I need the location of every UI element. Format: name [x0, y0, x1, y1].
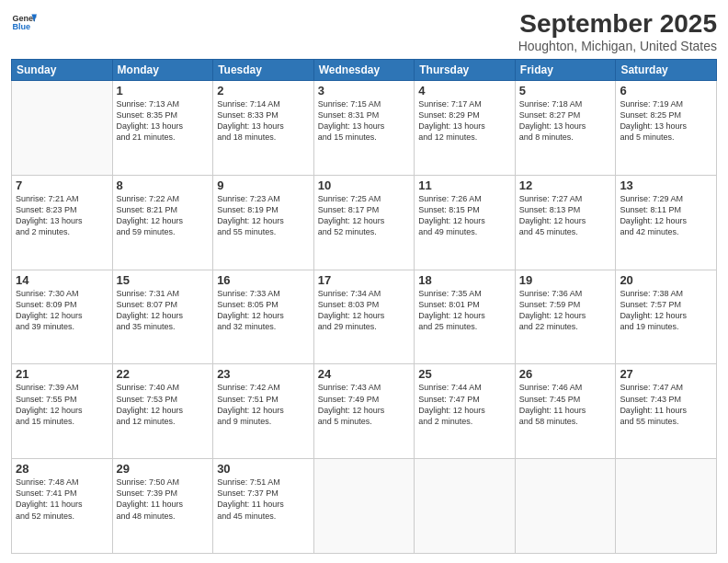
day-info: Sunrise: 7:38 AMSunset: 7:57 PMDaylight:… [620, 288, 712, 333]
calendar-cell [515, 459, 616, 554]
day-info: Sunrise: 7:25 AMSunset: 8:17 PMDaylight:… [318, 193, 411, 238]
calendar-cell: 15Sunrise: 7:31 AMSunset: 8:07 PMDayligh… [112, 270, 213, 364]
day-info: Sunrise: 7:44 AMSunset: 7:47 PMDaylight:… [418, 382, 511, 427]
calendar-cell: 19Sunrise: 7:36 AMSunset: 7:59 PMDayligh… [515, 270, 616, 364]
day-number: 19 [519, 273, 612, 287]
day-number: 10 [318, 178, 411, 192]
day-info: Sunrise: 7:26 AMSunset: 8:15 PMDaylight:… [418, 193, 511, 238]
day-info: Sunrise: 7:46 AMSunset: 7:45 PMDaylight:… [519, 382, 612, 427]
day-info: Sunrise: 7:36 AMSunset: 7:59 PMDaylight:… [519, 288, 612, 333]
calendar-week-row: 1Sunrise: 7:13 AMSunset: 8:35 PMDaylight… [12, 81, 717, 176]
day-number: 26 [519, 367, 612, 381]
day-info: Sunrise: 7:51 AMSunset: 7:37 PMDaylight:… [217, 477, 310, 522]
calendar-cell: 3Sunrise: 7:15 AMSunset: 8:31 PMDaylight… [313, 81, 415, 176]
calendar-cell: 16Sunrise: 7:33 AMSunset: 8:05 PMDayligh… [213, 270, 314, 364]
calendar-cell: 30Sunrise: 7:51 AMSunset: 7:37 PMDayligh… [213, 459, 314, 554]
calendar-cell: 11Sunrise: 7:26 AMSunset: 8:15 PMDayligh… [415, 175, 516, 270]
day-number: 9 [217, 178, 310, 192]
header: General Blue September 2025 Houghton, Mi… [11, 9, 717, 53]
day-info: Sunrise: 7:27 AMSunset: 8:13 PMDaylight:… [519, 193, 612, 238]
day-of-week-header: Friday [515, 60, 616, 81]
calendar-cell: 27Sunrise: 7:47 AMSunset: 7:43 PMDayligh… [616, 364, 717, 459]
logo-icon: General Blue [11, 9, 37, 35]
day-number: 1 [117, 84, 210, 98]
day-info: Sunrise: 7:14 AMSunset: 8:33 PMDaylight:… [217, 98, 310, 144]
calendar-cell: 2Sunrise: 7:14 AMSunset: 8:33 PMDaylight… [213, 81, 314, 176]
day-info: Sunrise: 7:43 AMSunset: 7:49 PMDaylight:… [318, 382, 411, 427]
day-info: Sunrise: 7:18 AMSunset: 8:27 PMDaylight:… [519, 98, 612, 144]
calendar-table: SundayMondayTuesdayWednesdayThursdayFrid… [11, 59, 717, 554]
day-info: Sunrise: 7:15 AMSunset: 8:31 PMDaylight:… [318, 98, 411, 144]
calendar-cell: 6Sunrise: 7:19 AMSunset: 8:25 PMDaylight… [616, 81, 717, 176]
day-number: 14 [16, 273, 108, 287]
calendar-cell: 9Sunrise: 7:23 AMSunset: 8:19 PMDaylight… [213, 175, 314, 270]
calendar-cell: 29Sunrise: 7:50 AMSunset: 7:39 PMDayligh… [112, 459, 213, 554]
day-number: 21 [16, 367, 108, 381]
day-info: Sunrise: 7:40 AMSunset: 7:53 PMDaylight:… [117, 382, 210, 427]
day-number: 17 [318, 273, 411, 287]
logo: General Blue [11, 9, 37, 35]
day-info: Sunrise: 7:19 AMSunset: 8:25 PMDaylight:… [620, 98, 712, 144]
calendar-cell: 17Sunrise: 7:34 AMSunset: 8:03 PMDayligh… [313, 270, 415, 364]
day-number: 23 [217, 367, 310, 381]
day-number: 2 [217, 84, 310, 98]
calendar-cell: 4Sunrise: 7:17 AMSunset: 8:29 PMDaylight… [415, 81, 516, 176]
day-number: 13 [620, 178, 712, 192]
day-info: Sunrise: 7:22 AMSunset: 8:21 PMDaylight:… [117, 193, 210, 238]
day-info: Sunrise: 7:30 AMSunset: 8:09 PMDaylight:… [16, 288, 108, 333]
day-number: 30 [217, 462, 310, 476]
day-number: 8 [117, 178, 210, 192]
calendar-cell: 13Sunrise: 7:29 AMSunset: 8:11 PMDayligh… [616, 175, 717, 270]
day-number: 24 [318, 367, 411, 381]
calendar-week-row: 21Sunrise: 7:39 AMSunset: 7:55 PMDayligh… [12, 364, 717, 459]
day-info: Sunrise: 7:13 AMSunset: 8:35 PMDaylight:… [117, 98, 210, 144]
day-number: 4 [418, 84, 511, 98]
day-number: 5 [519, 84, 612, 98]
calendar-cell [313, 459, 415, 554]
calendar-cell: 28Sunrise: 7:48 AMSunset: 7:41 PMDayligh… [12, 459, 113, 554]
calendar-cell: 25Sunrise: 7:44 AMSunset: 7:47 PMDayligh… [415, 364, 516, 459]
day-number: 22 [117, 367, 210, 381]
days-of-week-row: SundayMondayTuesdayWednesdayThursdayFrid… [12, 60, 717, 81]
day-info: Sunrise: 7:21 AMSunset: 8:23 PMDaylight:… [16, 193, 108, 238]
day-number: 16 [217, 273, 310, 287]
calendar-cell: 24Sunrise: 7:43 AMSunset: 7:49 PMDayligh… [313, 364, 415, 459]
calendar-cell: 12Sunrise: 7:27 AMSunset: 8:13 PMDayligh… [515, 175, 616, 270]
day-info: Sunrise: 7:29 AMSunset: 8:11 PMDaylight:… [620, 193, 712, 238]
day-number: 7 [16, 178, 108, 192]
calendar-week-row: 28Sunrise: 7:48 AMSunset: 7:41 PMDayligh… [12, 459, 717, 554]
calendar-cell: 8Sunrise: 7:22 AMSunset: 8:21 PMDaylight… [112, 175, 213, 270]
title-block: September 2025 Houghton, Michigan, Unite… [518, 9, 717, 53]
subtitle: Houghton, Michigan, United States [518, 39, 717, 53]
day-number: 25 [418, 367, 511, 381]
calendar-cell: 20Sunrise: 7:38 AMSunset: 7:57 PMDayligh… [616, 270, 717, 364]
day-number: 27 [620, 367, 712, 381]
main-title: September 2025 [518, 9, 717, 39]
calendar-cell: 1Sunrise: 7:13 AMSunset: 8:35 PMDaylight… [112, 81, 213, 176]
day-of-week-header: Thursday [415, 60, 516, 81]
calendar-cell: 14Sunrise: 7:30 AMSunset: 8:09 PMDayligh… [12, 270, 113, 364]
calendar-body: 1Sunrise: 7:13 AMSunset: 8:35 PMDaylight… [12, 81, 717, 554]
day-number: 11 [418, 178, 511, 192]
day-info: Sunrise: 7:48 AMSunset: 7:41 PMDaylight:… [16, 477, 108, 522]
calendar-cell [415, 459, 516, 554]
calendar-cell: 18Sunrise: 7:35 AMSunset: 8:01 PMDayligh… [415, 270, 516, 364]
svg-text:Blue: Blue [12, 22, 30, 31]
calendar-cell [12, 81, 113, 176]
day-info: Sunrise: 7:33 AMSunset: 8:05 PMDaylight:… [217, 288, 310, 333]
day-of-week-header: Monday [112, 60, 213, 81]
calendar-cell: 26Sunrise: 7:46 AMSunset: 7:45 PMDayligh… [515, 364, 616, 459]
calendar-cell: 21Sunrise: 7:39 AMSunset: 7:55 PMDayligh… [12, 364, 113, 459]
day-info: Sunrise: 7:23 AMSunset: 8:19 PMDaylight:… [217, 193, 310, 238]
day-info: Sunrise: 7:47 AMSunset: 7:43 PMDaylight:… [620, 382, 712, 427]
page: General Blue September 2025 Houghton, Mi… [0, 0, 728, 563]
day-number: 29 [117, 462, 210, 476]
day-info: Sunrise: 7:42 AMSunset: 7:51 PMDaylight:… [217, 382, 310, 427]
day-of-week-header: Tuesday [213, 60, 314, 81]
day-number: 28 [16, 462, 108, 476]
day-info: Sunrise: 7:35 AMSunset: 8:01 PMDaylight:… [418, 288, 511, 333]
day-of-week-header: Sunday [12, 60, 113, 81]
day-number: 18 [418, 273, 511, 287]
calendar-week-row: 7Sunrise: 7:21 AMSunset: 8:23 PMDaylight… [12, 175, 717, 270]
day-number: 3 [318, 84, 411, 98]
